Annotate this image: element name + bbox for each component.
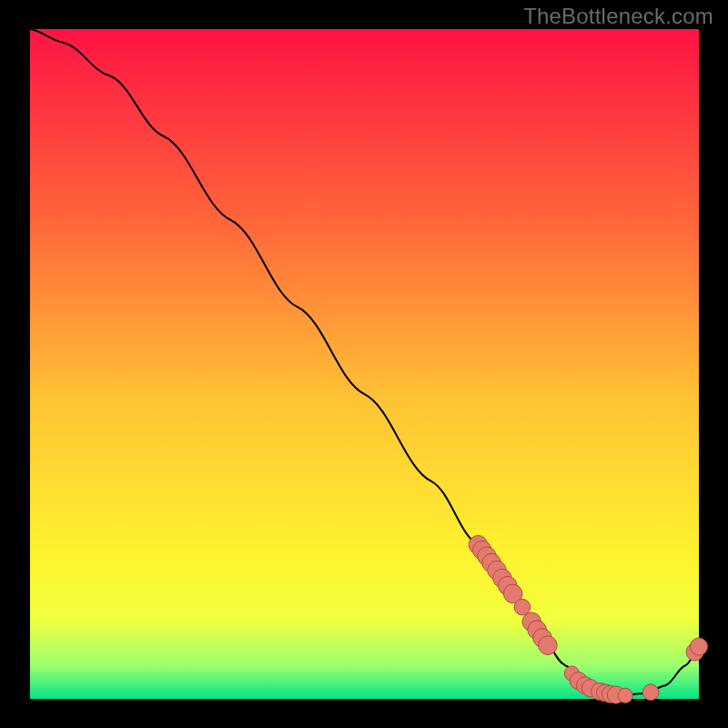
data-marker	[514, 599, 531, 615]
chart-frame: TheBottleneck.com	[0, 0, 728, 728]
plot-background	[30, 29, 699, 699]
data-marker	[642, 684, 659, 701]
data-marker	[690, 638, 707, 655]
data-marker	[539, 636, 558, 655]
bottleneck-chart	[0, 0, 728, 728]
data-marker	[618, 688, 632, 703]
